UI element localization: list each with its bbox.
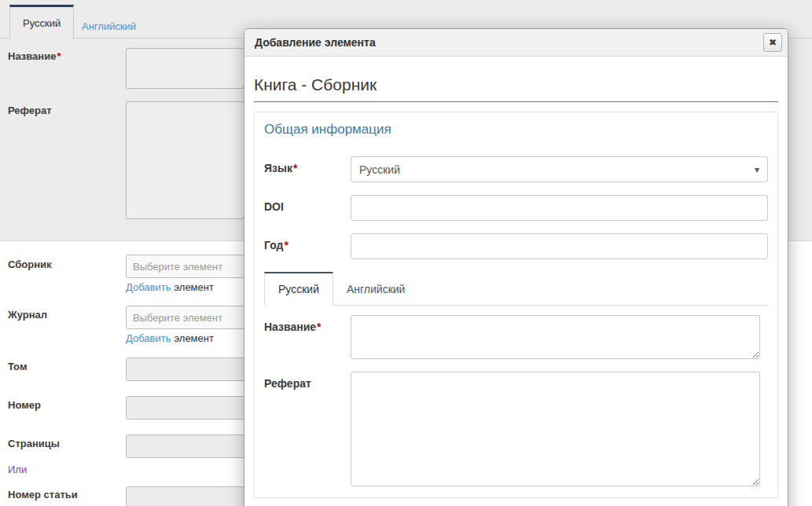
tab-english[interactable]: Английский	[71, 13, 147, 39]
article-number-label: Номер статьи	[8, 489, 78, 500]
modal-heading: Книга - Сборник	[254, 74, 778, 102]
modal-title-textarea[interactable]	[351, 315, 760, 359]
journal-add-element: Добавитьэлемент	[126, 332, 214, 344]
collection-add-element: Добавитьэлемент	[126, 281, 214, 293]
language-select[interactable]: Русский ▾	[351, 156, 768, 182]
modal-abstract-label: Реферат	[264, 372, 351, 486]
language-row: Язык* Русский ▾	[264, 156, 768, 182]
title-textarea[interactable]	[126, 48, 250, 89]
article-number-input[interactable]	[126, 486, 245, 506]
pages-input[interactable]	[126, 434, 245, 458]
section-title: Общая информация	[264, 122, 768, 138]
volume-input[interactable]	[126, 358, 245, 381]
volume-label: Том	[8, 361, 28, 372]
modal-title-row: Название*	[264, 315, 768, 359]
doi-row: DOI	[264, 195, 768, 221]
abstract-textarea[interactable]	[126, 101, 250, 219]
pages-label: Страницы	[8, 438, 60, 449]
abstract-label: Реферат	[8, 104, 52, 116]
modal-body: Книга - Сборник Общая информация Язык* Р…	[244, 57, 788, 506]
tab-russian[interactable]: Русский	[9, 5, 74, 39]
year-row: Год*	[264, 233, 768, 259]
doi-input[interactable]	[351, 195, 768, 221]
caret-down-icon: ▾	[755, 164, 759, 175]
doi-label: DOI	[264, 195, 351, 221]
add-link[interactable]: Добавить	[126, 332, 171, 344]
required-mark: *	[317, 321, 321, 333]
language-select-value: Русский	[359, 163, 400, 176]
number-input[interactable]	[126, 396, 245, 420]
close-icon: ✖	[769, 37, 777, 48]
modal-abstract-row: Реферат	[264, 372, 768, 486]
modal-header: Добавление элемента ✖	[244, 29, 788, 57]
year-label: Год*	[264, 233, 351, 259]
modal-language-tabs: Русский Английский	[264, 272, 768, 306]
modal-title-label: Название*	[264, 315, 351, 359]
journal-select-input[interactable]	[126, 306, 245, 329]
page: Русский Английский Название* Реферат Сбо…	[0, 0, 812, 506]
add-link[interactable]: Добавить	[126, 281, 171, 293]
required-mark: *	[57, 50, 61, 62]
close-button[interactable]: ✖	[763, 33, 782, 52]
title-label: Название*	[8, 50, 61, 62]
collection-label: Сборник	[8, 258, 51, 270]
required-mark: *	[293, 162, 297, 174]
language-label: Язык*	[264, 156, 351, 182]
year-input[interactable]	[351, 233, 768, 259]
modal-tab-english[interactable]: Английский	[333, 273, 418, 305]
number-label: Номер	[8, 399, 41, 411]
collection-select-input[interactable]	[126, 255, 245, 278]
general-info-panel: Общая информация Язык* Русский ▾ DOI	[254, 112, 778, 498]
modal-abstract-textarea[interactable]	[351, 372, 760, 486]
modal-title: Добавление элемента	[255, 36, 376, 49]
required-mark: *	[285, 239, 288, 251]
or-link[interactable]: Или	[8, 464, 27, 475]
journal-label: Журнал	[8, 309, 47, 321]
add-element-modal: Добавление элемента ✖ Книга - Сборник Об…	[244, 28, 788, 506]
modal-tab-russian[interactable]: Русский	[264, 272, 333, 306]
